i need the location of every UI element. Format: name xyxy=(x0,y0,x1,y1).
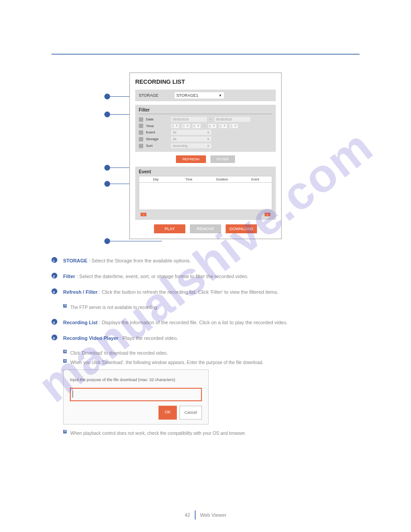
subitem-5c: ※ When playback control does not work, c… xyxy=(51,429,360,438)
event-block: Event Day Time Duration Event « xyxy=(135,167,276,220)
table-header: Day Time Duration Event xyxy=(139,176,272,183)
footer-divider xyxy=(195,511,196,519)
callout-3-dot xyxy=(104,165,110,171)
callout-1-dot xyxy=(104,94,110,99)
item-1: 1 STORAGE : Select the Storage from the … xyxy=(51,256,360,266)
date-from-input[interactable]: 06/20/2018 xyxy=(171,117,207,122)
sort-select[interactable]: Ascending▼ xyxy=(171,143,211,148)
footer-text: Web Viewer xyxy=(200,512,227,518)
date-checkbox[interactable] xyxy=(139,117,143,122)
time-spin[interactable]: 0▼ xyxy=(219,124,227,128)
download-dialog: Input the purpose of the file download (… xyxy=(63,369,209,424)
ok-button[interactable]: OK xyxy=(158,406,177,420)
time-spin[interactable]: 0▼ xyxy=(193,124,201,128)
filter-button[interactable]: FILTER xyxy=(210,155,235,163)
time-spin[interactable]: 0▼ xyxy=(171,124,179,128)
event-select[interactable]: All▼ xyxy=(171,130,211,135)
subitem-3a: ※ The FTP server is not available to rec… xyxy=(51,303,360,312)
table-footer: « » xyxy=(139,210,272,217)
page-prev-icon[interactable]: « xyxy=(141,213,146,216)
note-icon: ※ xyxy=(63,304,67,308)
filter-row-event: Event All▼ xyxy=(139,129,272,136)
filter-button-row: REFRESH FILTER xyxy=(135,155,276,163)
page-next-icon[interactable]: » xyxy=(265,213,270,216)
filter-row-time: Time 0▼ 0▼ 0▼ ~ 0▼ 0▼ 0▼ xyxy=(139,123,272,129)
dialog-label: Input the purpose of the file download (… xyxy=(70,376,202,384)
event-checkbox[interactable] xyxy=(139,130,143,135)
time-spin[interactable]: 0▼ xyxy=(208,124,216,128)
remove-button[interactable]: REMOVE xyxy=(190,224,221,233)
filter-block: Filter Date 06/20/2018 ~ 06/20/2018 Time… xyxy=(135,105,276,152)
header-rule xyxy=(51,54,360,55)
storage-filter-select[interactable]: All▼ xyxy=(171,137,211,142)
note-icon: ※ xyxy=(63,359,67,363)
refresh-button[interactable]: REFRESH xyxy=(176,155,206,163)
date-to-input[interactable]: 06/20/2018 xyxy=(214,117,250,122)
page-footer: 42 Web Viewer xyxy=(0,511,411,519)
panel-title: RECORDING LIST xyxy=(135,78,276,85)
callout-4-dot xyxy=(104,181,110,187)
dialog-input[interactable] xyxy=(70,388,202,401)
sort-checkbox[interactable] xyxy=(139,144,143,148)
note-icon: ※ xyxy=(63,350,67,353)
time-spin[interactable]: 0▼ xyxy=(230,124,238,128)
event-label: Event xyxy=(139,169,272,174)
note-icon: ※ xyxy=(63,430,67,433)
event-table: Day Time Duration Event xyxy=(139,176,272,210)
filter-row-date: Date 06/20/2018 ~ 06/20/2018 xyxy=(139,116,272,123)
item-4: 4 Recording List : Displays the informat… xyxy=(51,318,360,327)
page-number: 42 xyxy=(184,512,190,518)
chevron-down-icon: ▼ xyxy=(218,94,222,98)
cancel-button[interactable]: Cancel xyxy=(180,406,202,420)
callout-5-dot xyxy=(104,238,110,244)
download-button[interactable]: DOWNLOAD xyxy=(226,224,257,233)
subitem-5a: ※ Click 'Download' to download the recor… xyxy=(51,349,360,357)
item-2: 2 Filter : Select the date/time, event, … xyxy=(51,272,360,281)
storage-row: STORAGE STORAGE1 ▼ xyxy=(135,90,276,101)
callout-2-dot xyxy=(104,112,110,117)
storage-filter-checkbox[interactable] xyxy=(139,137,143,142)
play-button[interactable]: PLAY xyxy=(154,224,185,233)
filter-row-sort: Sort Ascending▼ xyxy=(139,142,272,149)
recording-list-panel: RECORDING LIST STORAGE STORAGE1 ▼ Filter… xyxy=(129,73,282,239)
callout-5-line xyxy=(110,241,162,241)
time-checkbox[interactable] xyxy=(139,124,143,128)
table-body xyxy=(139,183,272,210)
time-spin[interactable]: 0▼ xyxy=(182,124,190,128)
item-5: 5 Recording Video Player : Plays the rec… xyxy=(51,334,360,343)
body-text: 1 STORAGE : Select the Storage from the … xyxy=(51,256,360,438)
filter-label: Filter xyxy=(139,107,272,114)
page-badge xyxy=(147,213,153,216)
filter-row-storage: Storage All▼ xyxy=(139,136,272,142)
subitem-5b: ※ When you click 'Download', the followi… xyxy=(51,358,360,367)
storage-label: STORAGE xyxy=(139,93,166,98)
storage-select[interactable]: STORAGE1 ▼ xyxy=(175,92,224,99)
action-button-row: PLAY REMOVE DOWNLOAD xyxy=(135,224,276,233)
item-3: 3 Refresh / Filter : Click the button to… xyxy=(51,287,360,297)
